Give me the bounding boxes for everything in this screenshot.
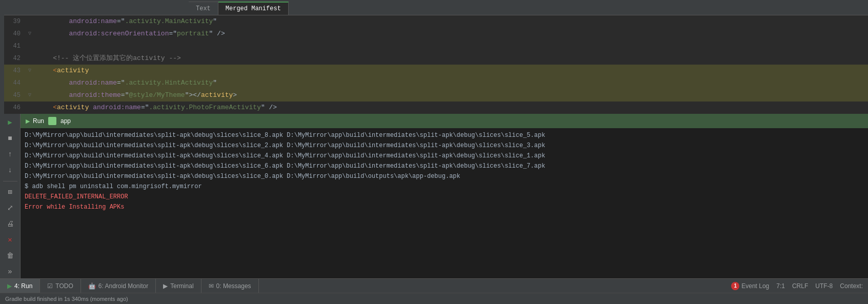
run-print-button[interactable]: 🖨	[3, 217, 17, 230]
line-num-46: 46	[4, 102, 25, 114]
run-output[interactable]: D:\MyMirror\app\build\intermediates\spli…	[21, 128, 868, 278]
line-num-40: 40	[4, 28, 25, 40]
run-title: ▶ Run app	[26, 117, 71, 125]
run-tab-label: 4: Run	[14, 282, 32, 290]
tab-bar: Text Merged Manifest	[4, 0, 868, 15]
run-more-button[interactable]: »	[3, 266, 17, 278]
messages-tab-label: 0: Messages	[216, 282, 251, 290]
divider-1	[3, 181, 17, 181]
code-line-40: 40 ▽ android:screenOrientation="portrait…	[4, 28, 868, 40]
code-line-39: 39 android:name=".activity.MainActivity"	[4, 15, 868, 28]
gradle-status-bar: Gradle build finished in 1s 340ms (momen…	[0, 293, 868, 304]
encoding: UTF-8	[815, 282, 833, 290]
output-line-5: D:\MyMirror\app\build\intermediates\spli…	[25, 171, 864, 181]
line-num-44: 44	[4, 77, 25, 89]
run-app-label: app	[60, 117, 71, 125]
cursor-position: 7:1	[776, 282, 785, 290]
code-line-43: 43 ▽ <activity	[4, 65, 868, 77]
code-line-46: 46 <activity android:name=".activity.Pho…	[4, 102, 868, 114]
bottom-tabs: ▶ 4: Run ☑ TODO 🤖 6: Android Monitor ▶ T…	[0, 279, 259, 293]
output-line-4: D:\MyMirror\app\build\intermediates\spli…	[25, 161, 864, 171]
gutter-43[interactable]: ▽	[25, 65, 35, 77]
run-panel-title: Run	[33, 117, 44, 125]
status-right: 1 Event Log 7:1 CRLF UTF-8 Context:	[731, 282, 868, 290]
line-content-45: android:theme="@style/MyTheme"></activit…	[35, 89, 868, 102]
code-lines: 39 android:name=".activity.MainActivity"…	[4, 15, 868, 114]
bottom-tab-android[interactable]: 🤖 6: Android Monitor	[81, 279, 156, 293]
line-content-44: android:name=".activity.HintActivity"	[35, 77, 868, 89]
output-line-2: D:\MyMirror\app\build\intermediates\spli…	[25, 140, 864, 151]
terminal-tab-label: Terminal	[170, 282, 193, 290]
tab-merged-manifest[interactable]: Merged Manifest	[218, 2, 289, 15]
line-content-39: android:name=".activity.MainActivity"	[35, 15, 868, 28]
event-log-label: Event Log	[741, 282, 769, 290]
gutter-40[interactable]: ▽	[25, 28, 35, 40]
android-tab-icon: 🤖	[88, 282, 96, 290]
bottom-tab-todo[interactable]: ☑ TODO	[40, 279, 80, 293]
line-content-43: <activity	[35, 65, 868, 77]
run-title-icon: ▶	[26, 118, 30, 125]
run-play-button[interactable]: ▶	[3, 116, 17, 129]
gutter-45[interactable]: ▽	[25, 89, 35, 102]
run-down-button[interactable]: ↓	[3, 164, 17, 177]
code-line-44: 44 android:name=".activity.HintActivity"	[4, 77, 868, 89]
bottom-tab-run[interactable]: ▶ 4: Run	[0, 279, 40, 293]
code-line-45: 45 ▽ android:theme="@style/MyTheme"></ac…	[4, 89, 868, 102]
output-line-error-1: DELETE_FAILED_INTERNAL_ERROR	[25, 192, 864, 202]
line-num-45: 45	[4, 89, 25, 102]
app-icon	[48, 117, 56, 125]
run-stop-button[interactable]: ■	[3, 132, 17, 145]
gradle-status-text: Gradle build finished in 1s 340ms (momen…	[5, 296, 128, 302]
line-num-39: 39	[4, 15, 25, 28]
todo-tab-icon: ☑	[47, 282, 53, 290]
todo-tab-label: TODO	[55, 282, 73, 290]
run-panel: ▶ ■ ↑ ↓ ⊞ ⤢ 🖨 ✕ 🗑 » ▶ Run app D:\MyMirro…	[0, 114, 868, 278]
left-sidebar	[0, 0, 4, 114]
output-line-6: $ adb shell pm uninstall com.mingrisoft.…	[25, 181, 864, 192]
output-line-1: D:\MyMirror\app\build\intermediates\spli…	[25, 130, 864, 140]
event-log-button[interactable]: 1 Event Log	[731, 282, 769, 290]
code-line-42: 42 <!-- 这个位置添加其它的activity -->	[4, 52, 868, 65]
line-content-42: <!-- 这个位置添加其它的activity -->	[35, 52, 868, 65]
android-tab-label: 6: Android Monitor	[98, 282, 148, 290]
run-error-button[interactable]: ✕	[3, 233, 17, 246]
event-badge: 1	[731, 282, 739, 290]
context-label: Context:	[840, 282, 863, 290]
run-header: ▶ Run app	[21, 114, 868, 128]
line-num-42: 42	[4, 52, 25, 65]
run-sidebar: ▶ ■ ↑ ↓ ⊞ ⤢ 🖨 ✕ 🗑 »	[0, 114, 21, 278]
output-line-error-2: Error while Installing APKs	[25, 202, 864, 212]
run-tab-icon: ▶	[7, 282, 12, 290]
line-num-43: 43	[4, 65, 25, 77]
terminal-tab-icon: ▶	[163, 282, 168, 290]
run-up-button[interactable]: ↑	[3, 148, 17, 160]
code-editor[interactable]: Text Merged Manifest 39 android:name=".a…	[4, 0, 868, 114]
output-line-3: D:\MyMirror\app\build\intermediates\spli…	[25, 151, 864, 161]
editor-area: Text Merged Manifest 39 android:name=".a…	[0, 0, 868, 114]
run-layout-button[interactable]: ⊞	[3, 186, 17, 198]
bottom-tab-terminal[interactable]: ▶ Terminal	[156, 279, 201, 293]
run-trash-button[interactable]: 🗑	[3, 250, 17, 262]
messages-tab-icon: ✉	[209, 282, 214, 290]
line-num-41: 41	[4, 40, 25, 52]
code-line-41: 41	[4, 40, 868, 52]
run-wrap-button[interactable]: ⤢	[3, 201, 17, 214]
run-content: ▶ Run app D:\MyMirror\app\build\intermed…	[21, 114, 868, 278]
tab-text[interactable]: Text	[189, 2, 218, 15]
line-content-46: <activity android:name=".activity.PhotoF…	[35, 102, 868, 114]
line-ending: CRLF	[792, 282, 808, 290]
bottom-status-bar: ▶ 4: Run ☑ TODO 🤖 6: Android Monitor ▶ T…	[0, 278, 868, 293]
bottom-tab-messages[interactable]: ✉ 0: Messages	[201, 279, 259, 293]
line-content-40: android:screenOrientation="portrait" />	[35, 28, 868, 40]
